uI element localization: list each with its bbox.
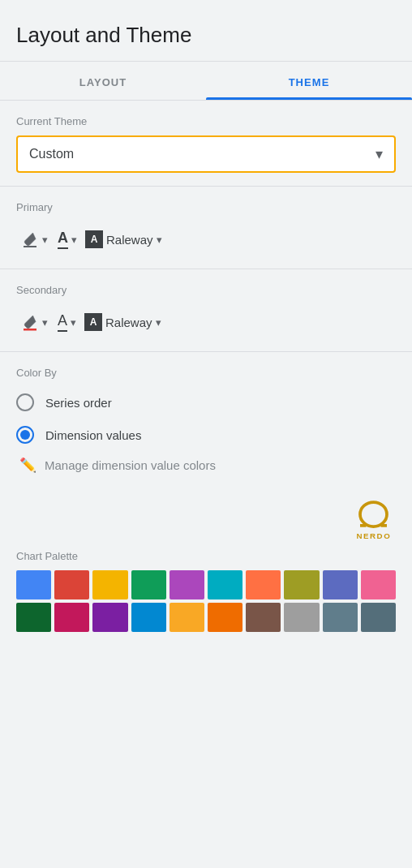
- radio-series-order[interactable]: Series order: [16, 393, 396, 411]
- palette-swatch-1-0[interactable]: [16, 603, 51, 632]
- palette-swatch-1-9[interactable]: [361, 603, 396, 632]
- palette-swatch-1-5[interactable]: [208, 603, 242, 632]
- chart-palette-section: Chart Palette: [0, 544, 412, 632]
- secondary-font-name: Raleway: [105, 316, 152, 329]
- palette-swatch-1-6[interactable]: [246, 603, 281, 632]
- secondary-fill-color-btn[interactable]: ▾: [19, 310, 49, 334]
- secondary-text-color-btn[interactable]: A ▾: [56, 309, 78, 335]
- svg-point-5: [366, 509, 382, 523]
- palette-row-1: [16, 603, 396, 632]
- secondary-text-chevron-icon: ▾: [71, 316, 76, 329]
- secondary-section: Secondary ▾ A ▾ A R: [0, 269, 412, 351]
- secondary-fill-color-icon: [21, 313, 39, 331]
- svg-text:NERDO: NERDO: [357, 531, 392, 540]
- tab-theme[interactable]: THEME: [206, 62, 412, 100]
- header: Layout and Theme: [0, 0, 412, 61]
- primary-font-chevron-icon: ▾: [157, 234, 162, 246]
- secondary-font-chevron-icon: ▾: [156, 316, 161, 329]
- palette-grid: [16, 570, 396, 632]
- radio-dimension-values[interactable]: Dimension values: [16, 426, 396, 444]
- radio-inner-dimension-values-icon: [20, 430, 30, 440]
- primary-font-select[interactable]: A Raleway ▾: [85, 229, 162, 250]
- radio-circle-dimension-values-icon: [16, 426, 34, 444]
- palette-swatch-0-2[interactable]: [92, 570, 127, 599]
- nerdo-logo: NERDO: [0, 493, 412, 544]
- chart-palette-label: Chart Palette: [16, 550, 396, 562]
- svg-rect-4: [381, 524, 388, 527]
- palette-swatch-0-5[interactable]: [208, 570, 242, 599]
- palette-swatch-0-3[interactable]: [131, 570, 166, 599]
- palette-swatch-0-6[interactable]: [246, 570, 281, 599]
- color-by-label: Color By: [16, 367, 396, 379]
- primary-controls: ▾ A ▾ A Raleway ▾: [16, 221, 396, 256]
- secondary-font-box-icon: A: [84, 313, 102, 331]
- page-title: Layout and Theme: [16, 23, 396, 48]
- nerdo-logo-svg: NERDO: [350, 498, 399, 540]
- primary-fill-color-icon: [21, 230, 39, 248]
- manage-dimension-colors-label: Manage dimension value colors: [45, 458, 216, 472]
- secondary-controls: ▾ A ▾ A Raleway ▾: [16, 304, 396, 338]
- radio-dimension-values-label: Dimension values: [45, 428, 141, 442]
- svg-rect-3: [360, 524, 367, 527]
- theme-dropdown-arrow-icon: ▾: [376, 145, 383, 163]
- current-theme-section: Current Theme Custom ▾: [0, 101, 412, 186]
- pencil-icon: ✏️: [19, 457, 36, 474]
- secondary-fill-chevron-icon: ▾: [42, 316, 48, 329]
- radio-series-order-label: Series order: [45, 396, 112, 410]
- secondary-font-select[interactable]: A Raleway ▾: [84, 312, 161, 333]
- palette-swatch-0-8[interactable]: [323, 570, 358, 599]
- palette-swatch-0-7[interactable]: [284, 570, 319, 599]
- palette-swatch-1-4[interactable]: [170, 603, 204, 632]
- secondary-label: Secondary: [16, 284, 396, 296]
- palette-swatch-0-0[interactable]: [16, 570, 51, 599]
- primary-font-box-icon: A: [85, 230, 103, 248]
- palette-swatch-1-8[interactable]: [323, 603, 358, 632]
- palette-swatch-1-7[interactable]: [284, 603, 319, 632]
- palette-swatch-0-9[interactable]: [361, 570, 396, 599]
- primary-section: Primary ▾ A ▾ A Ral: [0, 187, 412, 269]
- palette-swatch-0-1[interactable]: [54, 570, 89, 599]
- radio-circle-series-order-icon: [16, 393, 34, 411]
- palette-swatch-0-4[interactable]: [170, 570, 204, 599]
- svg-rect-0: [24, 246, 36, 247]
- color-by-section: Color By Series order Dimension values ✏…: [0, 352, 412, 493]
- palette-swatch-1-2[interactable]: [92, 603, 127, 632]
- primary-text-chevron-icon: ▾: [71, 234, 77, 246]
- tab-layout[interactable]: LAYOUT: [0, 62, 206, 100]
- theme-select[interactable]: Custom ▾: [16, 135, 396, 173]
- primary-label: Primary: [16, 201, 396, 213]
- palette-swatch-1-1[interactable]: [54, 603, 89, 632]
- tabs-bar: LAYOUT THEME: [0, 62, 412, 100]
- primary-text-a-icon: A: [58, 230, 68, 249]
- primary-text-color-btn[interactable]: A ▾: [56, 226, 79, 252]
- current-theme-label: Current Theme: [16, 115, 396, 127]
- manage-dimension-colors-btn[interactable]: ✏️ Manage dimension value colors: [16, 447, 396, 480]
- primary-fill-color-btn[interactable]: ▾: [19, 227, 49, 251]
- theme-select-value: Custom: [29, 147, 376, 161]
- page-container: Layout and Theme LAYOUT THEME Current Th…: [0, 0, 412, 868]
- palette-swatch-1-3[interactable]: [131, 603, 166, 632]
- palette-row-0: [16, 570, 396, 599]
- primary-fill-chevron-icon: ▾: [42, 234, 48, 246]
- secondary-text-a-icon: A: [58, 312, 67, 332]
- svg-rect-1: [24, 329, 36, 331]
- color-by-radio-group: Series order Dimension values: [16, 387, 396, 447]
- primary-font-name: Raleway: [106, 233, 153, 247]
